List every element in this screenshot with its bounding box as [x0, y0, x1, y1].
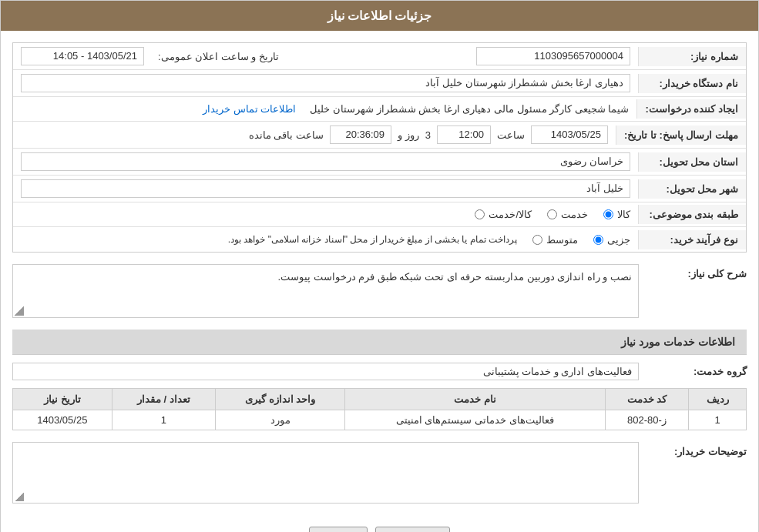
- col-unit: واحد اندازه گیری: [216, 389, 345, 410]
- purchase-type-row: نوع فرآیند خرید: جزیی متوسط پرداخت تمام …: [13, 227, 746, 252]
- buyer-desc-section: توضیحات خریدار:: [12, 442, 747, 504]
- deadline-inline: 1403/05/25 ساعت 12:00 3 روز و 20:36:09 س…: [21, 125, 608, 144]
- creator-label: ایجاد کننده درخواست:: [636, 99, 746, 119]
- services-title: اطلاعات خدمات مورد نیاز: [12, 330, 747, 355]
- category-kala-radio[interactable]: [603, 209, 613, 219]
- group-row: گروه خدمت: فعالیت‌های اداری و خدمات پشتی…: [12, 363, 747, 380]
- province-label: استان محل تحویل:: [638, 152, 746, 172]
- table-row: 1 ز-80-802 فعالیت‌های خدماتی سیستم‌های ا…: [13, 410, 747, 430]
- purchase-motavaset-item[interactable]: متوسط: [532, 234, 578, 246]
- announcement-datetime-value: 1403/05/21 - 14:05: [21, 47, 144, 65]
- purchase-motavaset-radio[interactable]: [532, 235, 542, 245]
- city-value-cell: خلیل آباد: [13, 176, 638, 202]
- category-khedmat-item[interactable]: خدمت: [547, 209, 588, 220]
- col-qty: تعداد / مقدار: [112, 389, 215, 410]
- creator-row: ایجاد کننده درخواست: شیما شجیعی کارگر مس…: [13, 97, 746, 122]
- services-table: ردیف کد خدمت نام خدمت واحد اندازه گیری ت…: [12, 388, 747, 430]
- col-code: کد خدمت: [605, 389, 689, 410]
- city-label: شهر محل تحویل:: [638, 179, 746, 199]
- buyer-desc-label: توضیحات خریدار:: [639, 442, 747, 457]
- buyer-org-row: نام دستگاه خریدار: دهیاری ارغا بخش ششطرا…: [13, 70, 746, 97]
- purchase-type-label: نوع فرآیند خرید:: [638, 230, 746, 249]
- purchase-jozi-label: جزیی: [607, 234, 630, 246]
- need-number-value: 1103095657000004: [476, 47, 630, 65]
- group-label: گروه خدمت:: [639, 366, 747, 377]
- category-radio-group: کالا خدمت کالا/خدمت: [21, 209, 630, 220]
- col-name: نام خدمت: [344, 389, 605, 410]
- time-label: ساعت: [497, 129, 525, 141]
- purchase-jozi-item[interactable]: جزیی: [593, 234, 630, 246]
- deadline-row: مهلت ارسال پاسخ: تا تاریخ: 1403/05/25 سا…: [13, 122, 746, 149]
- category-kala-khedmat-radio[interactable]: [475, 209, 485, 219]
- col-date: تاریخ نیاز: [13, 389, 113, 410]
- days-label: روز و: [398, 129, 419, 141]
- general-desc-wrapper: شرح کلی نیاز: نصب و راه اندازی دوربین مد…: [12, 264, 747, 318]
- province-row: استان محل تحویل: خراسان رضوی: [13, 149, 746, 176]
- category-kala-item[interactable]: کالا: [603, 209, 630, 220]
- general-desc-text: نصب و راه اندازی دوربین مداربسته حرفه ای…: [277, 271, 632, 283]
- cell-row: 1: [689, 410, 747, 430]
- creator-value: شیما شجیعی کارگر مسئول مالی دهیاری ارغا …: [310, 103, 629, 115]
- remaining-time: 20:36:09: [330, 125, 391, 144]
- creator-inline: شیما شجیعی کارگر مسئول مالی دهیاری ارغا …: [21, 103, 629, 115]
- table-header-row: ردیف کد خدمت نام خدمت واحد اندازه گیری ت…: [13, 389, 747, 410]
- cell-qty: 1: [112, 410, 215, 430]
- category-khedmat-label: خدمت: [561, 209, 588, 220]
- category-kala-khedmat-item[interactable]: کالا/خدمت: [475, 209, 532, 220]
- category-value-cell: کالا خدمت کالا/خدمت: [13, 205, 638, 224]
- buyer-org-value: دهیاری ارغا بخش ششطراز شهرستان خلیل آباد: [21, 74, 630, 92]
- category-kala-khedmat-label: کالا/خدمت: [489, 209, 532, 220]
- city-value: خلیل آباد: [21, 179, 630, 198]
- buyer-desc-box: [12, 442, 639, 504]
- page-title: جزئیات اطلاعات نیاز: [327, 9, 432, 22]
- category-khedmat-radio[interactable]: [547, 209, 557, 219]
- deadline-time: 12:00: [437, 125, 491, 144]
- page-header: جزئیات اطلاعات نیاز: [1, 1, 758, 31]
- category-label: طبقه بندی موضوعی:: [638, 205, 746, 224]
- cell-name: فعالیت‌های خدماتی سیستم‌های امنیتی: [344, 410, 605, 430]
- buttons-row: بازگشت چاپ: [12, 515, 747, 532]
- purchase-type-value-cell: جزیی متوسط پرداخت تمام یا بخشی از مبلغ خ…: [13, 230, 638, 249]
- purchase-type-group: جزیی متوسط پرداخت تمام یا بخشی از مبلغ خ…: [21, 234, 630, 246]
- need-number-value-cell: 1103095657000004 تاریخ و ساعت اعلان عموم…: [13, 43, 638, 69]
- category-kala-label: کالا: [617, 209, 630, 220]
- creator-value-cell: شیما شجیعی کارگر مسئول مالی دهیاری ارغا …: [13, 99, 636, 119]
- purchase-motavaset-label: متوسط: [546, 234, 578, 246]
- col-row: ردیف: [689, 389, 747, 410]
- need-number-inline: 1103095657000004 تاریخ و ساعت اعلان عموم…: [21, 47, 630, 65]
- need-number-label: شماره نیاز:: [638, 47, 746, 66]
- main-content: شماره نیاز: 1103095657000004 تاریخ و ساع…: [1, 31, 758, 532]
- print-button[interactable]: چاپ: [309, 527, 368, 532]
- back-button[interactable]: بازگشت: [375, 527, 450, 532]
- buyer-desc-resize-handle: [15, 492, 24, 501]
- contact-link[interactable]: اطلاعات تماس خریدار: [203, 103, 296, 115]
- cell-code: ز-80-802: [605, 410, 689, 430]
- buyer-desc-value-wrapper: [12, 442, 639, 504]
- cell-date: 1403/05/25: [13, 410, 113, 430]
- category-row: طبقه بندی موضوعی: کالا خدمت کالا/خدمت: [13, 202, 746, 227]
- resize-handle: [15, 306, 24, 316]
- remaining-label: ساعت باقی مانده: [249, 129, 324, 141]
- general-desc-box-wrapper: نصب و راه اندازی دوربین مداربسته حرفه ای…: [12, 264, 639, 318]
- announcement-label: تاریخ و ساعت اعلان عمومی:: [158, 51, 279, 62]
- buyer-org-value-cell: دهیاری ارغا بخش ششطراز شهرستان خلیل آباد: [13, 70, 638, 96]
- page-container: جزئیات اطلاعات نیاز شماره نیاز: 11030956…: [0, 0, 759, 532]
- general-desc-label: شرح کلی نیاز:: [639, 264, 747, 279]
- services-section: اطلاعات خدمات مورد نیاز گروه خدمت: فعالی…: [12, 330, 747, 430]
- general-desc-value: نصب و راه اندازی دوربین مداربسته حرفه ای…: [12, 264, 639, 318]
- purchase-jozi-radio[interactable]: [593, 235, 603, 245]
- province-value-cell: خراسان رضوی: [13, 149, 638, 175]
- info-section: شماره نیاز: 1103095657000004 تاریخ و ساع…: [12, 42, 747, 253]
- days-value: 3: [425, 129, 431, 141]
- province-value: خراسان رضوی: [21, 152, 630, 171]
- group-value: فعالیت‌های اداری و خدمات پشتیبانی: [12, 363, 639, 380]
- deadline-value-cell: 1403/05/25 ساعت 12:00 3 روز و 20:36:09 س…: [13, 122, 616, 148]
- payment-note: پرداخت تمام یا بخشی از مبلغ خریدار از مح…: [228, 234, 517, 245]
- cell-unit: مورد: [216, 410, 345, 430]
- buyer-org-label: نام دستگاه خریدار:: [638, 74, 746, 93]
- deadline-label: مهلت ارسال پاسخ: تا تاریخ:: [616, 125, 746, 145]
- services-content: گروه خدمت: فعالیت‌های اداری و خدمات پشتی…: [12, 363, 747, 430]
- city-row: شهر محل تحویل: خلیل آباد: [13, 176, 746, 202]
- need-number-row: شماره نیاز: 1103095657000004 تاریخ و ساع…: [13, 43, 746, 70]
- deadline-date: 1403/05/25: [531, 125, 608, 144]
